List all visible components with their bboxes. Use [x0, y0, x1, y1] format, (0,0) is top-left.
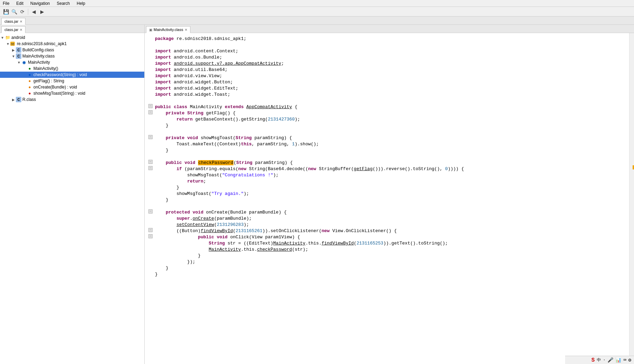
tree-view: ▼ 📁 android ▼ re re.sdnisc2018.sdnisc_ap… — [0, 33, 144, 364]
tree-label-rclass: R.class — [22, 97, 144, 102]
tree-label-oncreate: onCreate(Bundle) : void — [33, 85, 144, 90]
toolbar-btn-refresh[interactable]: ⟳ — [19, 8, 26, 15]
right-scroll-bar[interactable] — [629, 33, 634, 364]
gutter-findviewbyid[interactable]: − — [147, 228, 154, 232]
code-line-close-class: } — [145, 271, 634, 278]
fold-getflag[interactable]: − — [148, 110, 153, 114]
tab-class-jar[interactable]: class.jar ✕ — [1, 18, 25, 25]
menu-bar: File Edit Navigation Search Help — [0, 0, 634, 7]
tab-class-jar-close[interactable]: ✕ — [20, 20, 22, 23]
gutter-checkpassword[interactable]: − — [147, 160, 154, 164]
left-panel-tab-close[interactable]: ✕ — [20, 28, 22, 32]
class-icon-rclass: C — [16, 97, 21, 102]
ime-icon-settings[interactable]: ⚙ — [628, 357, 631, 363]
tree-label-checkpassword: checkPassword(String) : void — [33, 72, 144, 77]
toolbar-btn-back[interactable]: ◀ — [30, 8, 38, 15]
fold-showmsgtoast[interactable]: − — [148, 135, 153, 139]
fold-if[interactable]: − — [148, 166, 153, 170]
code-content: package re.sdnisc2018.sdnisc_apk1; impor… — [145, 33, 634, 280]
expand-android[interactable]: ▼ — [0, 35, 5, 40]
menu-edit[interactable]: Edit — [15, 1, 25, 6]
fold-oncreate[interactable]: − — [148, 209, 153, 214]
toolbar-btn-search[interactable]: 🔍 — [10, 8, 18, 15]
tree-item-constructor[interactable]: ● MainActivity() — [0, 65, 144, 72]
gutter-oncreate[interactable]: − — [147, 209, 154, 214]
tree-item-checkpassword[interactable]: ● checkPassword(String) : void — [0, 72, 144, 78]
left-panel-tab-bar: class.jar ✕ — [0, 25, 144, 33]
ime-icon-zh[interactable]: 中 — [597, 357, 601, 363]
tree-item-oncreate[interactable]: ● onCreate(Bundle) : void — [0, 84, 144, 90]
toolbar-btn-forward[interactable]: ▶ — [38, 8, 46, 15]
method-icon-getflag: ● — [27, 78, 32, 84]
class-icon-buildconfig: C — [16, 47, 21, 53]
code-line-onclick: − public void onClick(View param1View) { — [145, 234, 634, 240]
menu-file[interactable]: File — [1, 1, 11, 6]
code-line-tryagain: showMsgToast("Try again."); — [145, 191, 634, 197]
tree-label-package: re.sdnisc2018.sdnisc_apk1 — [17, 41, 144, 46]
expand-mainactivity[interactable]: ▼ — [17, 60, 21, 65]
expand-mainactivity-class[interactable]: ▼ — [11, 54, 16, 59]
method-icon-checkpassword: ● — [27, 72, 32, 77]
code-line-toast: Toast.makeText((Context)this, paramStrin… — [145, 141, 634, 147]
code-line-import-5: import android.view.View; — [145, 73, 634, 79]
code-line-import-3: import android.support.v7.app.AppCompatA… — [145, 61, 634, 67]
tree-label-constructor: MainActivity() — [33, 66, 144, 71]
code-line-close-if: } — [145, 185, 634, 191]
fold-onclick[interactable]: − — [148, 234, 153, 238]
code-line-showmsgtoast: − private void showMsgToast(String param… — [145, 135, 634, 141]
method-icon-oncreate: ● — [27, 84, 32, 90]
tree-item-android[interactable]: ▼ 📁 android — [0, 34, 144, 41]
ime-icon-mic[interactable]: 🎤 — [607, 357, 613, 363]
code-line-close-onclick: } — [145, 253, 634, 259]
tree-item-showmsgtoast[interactable]: ● showMsgToast(String) : void — [0, 90, 144, 96]
code-line-close-checkpassword: } — [145, 197, 634, 203]
menu-help[interactable]: Help — [75, 1, 87, 6]
code-editor-tab-close[interactable]: ✕ — [185, 28, 187, 32]
code-editor-tab-mainactivity[interactable]: ▣ MainActivity.class ✕ — [146, 26, 190, 33]
tree-item-buildconfig[interactable]: ▶ C BuildConfig.class — [0, 47, 144, 53]
code-editor-tab-bar: ▣ MainActivity.class ✕ — [145, 25, 634, 33]
code-line-import-8: import android.widget.Toast; — [145, 92, 634, 98]
ime-icon-dot[interactable]: · — [603, 358, 605, 363]
menu-navigation[interactable]: Navigation — [29, 1, 51, 6]
gutter-if[interactable]: − — [147, 166, 154, 170]
code-editor-tab-label: MainActivity.class — [154, 28, 183, 32]
expand-buildconfig[interactable]: ▶ — [11, 48, 16, 52]
gutter-showmsgtoast[interactable]: − — [147, 135, 154, 139]
toolbar: 💾 🔍 ⟳ ◀ ▶ — [0, 7, 634, 17]
tree-item-mainactivity[interactable]: ▼ ◉ MainActivity — [0, 59, 144, 65]
code-line-import-7: import android.widget.EditText; — [145, 85, 634, 92]
tree-item-getflag[interactable]: ● getFlag() : String — [0, 78, 144, 84]
ime-icon-s[interactable]: S — [591, 357, 595, 363]
code-line-congratulations: showMsgToast("Congratulations !"); — [145, 172, 634, 178]
method-icon-constructor: ● — [27, 66, 32, 71]
ime-icon-chart[interactable]: 📊 — [615, 357, 621, 363]
expand-package[interactable]: ▼ — [6, 41, 10, 46]
code-line-import-4: import android.util.Base64; — [145, 67, 634, 73]
tree-item-mainactivity-class[interactable]: ▼ C MainActivity.class — [0, 53, 144, 59]
folder-icon-android: 📁 — [5, 35, 10, 40]
toolbar-btn-save[interactable]: 💾 — [2, 8, 10, 15]
fold-findviewbyid[interactable]: − — [148, 228, 153, 232]
tree-label-mainactivity-class: MainActivity.class — [22, 54, 144, 59]
tree-item-package[interactable]: ▼ re re.sdnisc2018.sdnisc_apk1 — [0, 41, 144, 47]
fold-class[interactable]: − — [148, 104, 153, 108]
ime-icon-keyboard[interactable]: ⌨ — [623, 357, 626, 363]
tree-label-buildconfig: BuildConfig.class — [22, 48, 144, 52]
code-line-blank-4 — [145, 154, 634, 160]
code-line-close-oncreate: } — [145, 265, 634, 271]
expand-rclass[interactable]: ▶ — [11, 97, 16, 102]
gutter-class[interactable]: − — [147, 104, 154, 108]
tree-label-mainactivity: MainActivity — [28, 60, 144, 65]
fold-checkpassword[interactable]: − — [148, 160, 153, 164]
tree-item-rclass[interactable]: ▶ C R.class — [0, 96, 144, 103]
code-line-class: − public class MainActivity extends AppC… — [145, 104, 634, 110]
menu-search[interactable]: Search — [55, 1, 71, 6]
code-area[interactable]: ▣ MainActivity.class ✕ package re.sdnisc… — [145, 25, 634, 364]
left-panel-tab-class-jar[interactable]: class.jar ✕ — [1, 26, 25, 33]
code-editor-tab-icon: ▣ — [149, 28, 152, 32]
gutter-getflag[interactable]: − — [147, 110, 154, 114]
gutter-onclick[interactable]: − — [147, 234, 154, 238]
code-line-getflag: − private String getFlag() { — [145, 110, 634, 116]
tree-label-showmsgtoast: showMsgToast(String) : void — [33, 91, 144, 96]
